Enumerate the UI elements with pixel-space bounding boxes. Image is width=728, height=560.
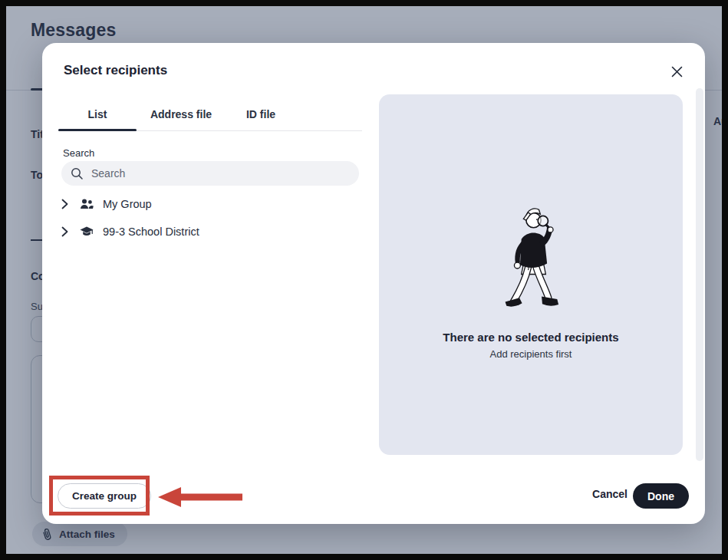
empty-state-subtitle: Add recipients first — [379, 348, 683, 360]
dialog-title: Select recipients — [64, 63, 167, 78]
modal-scrollbar[interactable] — [696, 88, 703, 461]
screenshot-frame: Messages Title To Content Subject Audien… — [0, 0, 728, 560]
chevron-right-icon[interactable] — [61, 226, 72, 237]
close-icon — [671, 66, 683, 77]
close-button[interactable] — [668, 63, 685, 80]
tree-item-label: 99-3 School District — [103, 226, 199, 238]
search-icon — [71, 167, 84, 180]
messages-page: Messages Title To Content Subject Audien… — [6, 6, 722, 554]
tree-item-my-group[interactable]: My Group — [61, 190, 361, 218]
school-icon — [80, 226, 95, 237]
chevron-right-icon[interactable] — [61, 199, 72, 209]
search-box — [61, 161, 359, 186]
search-input[interactable] — [91, 167, 350, 180]
tree-item-school-district[interactable]: 99-3 School District — [61, 218, 361, 245]
tree-item-label: My Group — [103, 198, 152, 210]
create-group-button[interactable]: Create group — [58, 483, 151, 509]
selected-recipients-panel: There are no selected recipients Add rec… — [379, 94, 683, 455]
tab-list[interactable]: List — [58, 98, 137, 130]
person-searching-illustration — [497, 200, 565, 323]
tab-id-file[interactable]: ID file — [226, 98, 296, 130]
empty-state-title: There are no selected recipients — [379, 331, 683, 344]
search-label: Search — [63, 147, 94, 159]
done-button[interactable]: Done — [633, 483, 689, 509]
recipient-source-tabs: List Address file ID file — [58, 98, 362, 131]
select-recipients-dialog: Select recipients List Address file ID f… — [42, 43, 705, 524]
recipients-tree: My Group 99-3 Sc — [61, 190, 361, 245]
cancel-button[interactable]: Cancel — [592, 488, 628, 500]
group-icon — [80, 199, 95, 209]
tab-address-file[interactable]: Address file — [137, 98, 226, 130]
